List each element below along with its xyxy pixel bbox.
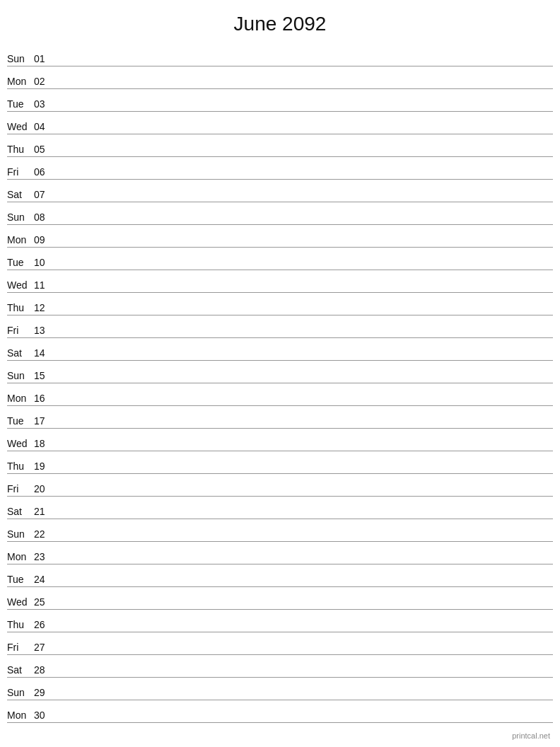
day-number: 26 bbox=[34, 619, 54, 630]
day-number: 15 bbox=[34, 370, 54, 381]
day-row: Sun15 bbox=[7, 361, 553, 383]
day-name: Fri bbox=[7, 642, 34, 653]
day-line bbox=[54, 358, 553, 359]
day-number: 19 bbox=[34, 461, 54, 472]
day-row: Sun22 bbox=[7, 519, 553, 542]
day-line bbox=[54, 584, 553, 585]
day-name: Mon bbox=[7, 76, 34, 87]
day-row: Wed11 bbox=[7, 270, 553, 293]
day-row: Fri20 bbox=[7, 474, 553, 497]
day-line bbox=[54, 607, 553, 608]
day-line bbox=[54, 697, 553, 698]
day-name: Mon bbox=[7, 393, 34, 404]
day-name: Mon bbox=[7, 234, 34, 245]
day-line bbox=[54, 132, 553, 132]
day-row: Fri27 bbox=[7, 632, 553, 655]
day-line bbox=[54, 675, 553, 676]
day-line bbox=[54, 222, 553, 223]
day-line bbox=[54, 448, 553, 449]
day-row: Mon09 bbox=[7, 225, 553, 248]
day-row: Wed18 bbox=[7, 429, 553, 451]
day-name: Thu bbox=[7, 619, 34, 630]
day-row: Thu12 bbox=[7, 293, 553, 315]
day-line bbox=[54, 154, 553, 155]
day-name: Tue bbox=[7, 574, 34, 585]
day-number: 29 bbox=[34, 687, 54, 698]
day-name: Sat bbox=[7, 189, 34, 200]
day-line bbox=[54, 630, 553, 630]
day-line bbox=[54, 494, 553, 494]
day-line bbox=[54, 245, 553, 245]
day-row: Sat14 bbox=[7, 338, 553, 361]
day-number: 28 bbox=[34, 664, 54, 676]
day-line bbox=[54, 539, 553, 540]
day-name: Sat bbox=[7, 664, 34, 676]
day-number: 06 bbox=[34, 166, 54, 178]
day-line bbox=[54, 381, 553, 381]
day-name: Sun bbox=[7, 53, 34, 64]
day-name: Wed bbox=[7, 279, 34, 291]
day-number: 22 bbox=[34, 528, 54, 540]
day-row: Mon30 bbox=[7, 700, 553, 723]
day-line bbox=[54, 720, 553, 721]
day-number: 16 bbox=[34, 393, 54, 404]
day-row: Sat07 bbox=[7, 180, 553, 202]
day-name: Tue bbox=[7, 98, 34, 110]
day-line bbox=[54, 335, 553, 336]
day-number: 13 bbox=[34, 325, 54, 336]
day-name: Tue bbox=[7, 257, 34, 268]
day-row: Wed25 bbox=[7, 587, 553, 610]
day-number: 08 bbox=[34, 212, 54, 223]
day-line bbox=[54, 471, 553, 472]
day-row: Fri13 bbox=[7, 315, 553, 338]
day-line bbox=[54, 290, 553, 291]
day-name: Wed bbox=[7, 121, 34, 132]
day-name: Tue bbox=[7, 415, 34, 427]
day-row: Mon23 bbox=[7, 542, 553, 564]
day-name: Mon bbox=[7, 710, 34, 721]
day-row: Sat21 bbox=[7, 497, 553, 519]
day-line bbox=[54, 562, 553, 562]
day-number: 17 bbox=[34, 415, 54, 427]
day-name: Thu bbox=[7, 302, 34, 313]
day-line bbox=[54, 403, 553, 404]
day-name: Thu bbox=[7, 461, 34, 472]
day-name: Sun bbox=[7, 212, 34, 223]
day-number: 21 bbox=[34, 506, 54, 517]
day-row: Tue03 bbox=[7, 89, 553, 112]
day-line bbox=[54, 177, 553, 178]
day-name: Mon bbox=[7, 551, 34, 562]
day-row: Sun29 bbox=[7, 678, 553, 700]
day-number: 01 bbox=[34, 53, 54, 64]
day-name: Fri bbox=[7, 325, 34, 336]
day-name: Wed bbox=[7, 596, 34, 608]
day-name: Sat bbox=[7, 347, 34, 359]
day-line bbox=[54, 267, 553, 268]
day-number: 24 bbox=[34, 574, 54, 585]
day-number: 18 bbox=[34, 438, 54, 449]
day-number: 02 bbox=[34, 76, 54, 87]
day-number: 14 bbox=[34, 347, 54, 359]
day-name: Sat bbox=[7, 506, 34, 517]
day-row: Mon02 bbox=[7, 66, 553, 89]
day-row: Sat28 bbox=[7, 655, 553, 678]
day-name: Sun bbox=[7, 687, 34, 698]
day-number: 27 bbox=[34, 642, 54, 653]
day-number: 05 bbox=[34, 144, 54, 155]
day-row: Wed04 bbox=[7, 112, 553, 134]
day-number: 23 bbox=[34, 551, 54, 562]
day-row: Thu05 bbox=[7, 134, 553, 157]
day-number: 03 bbox=[34, 98, 54, 110]
day-row: Tue24 bbox=[7, 564, 553, 587]
day-number: 30 bbox=[34, 710, 54, 721]
day-line bbox=[54, 652, 553, 653]
day-row: Tue10 bbox=[7, 248, 553, 270]
day-row: Sun01 bbox=[7, 44, 553, 66]
day-row: Thu26 bbox=[7, 610, 553, 632]
day-line bbox=[54, 86, 553, 87]
day-name: Fri bbox=[7, 483, 34, 494]
day-number: 04 bbox=[34, 121, 54, 132]
day-name: Thu bbox=[7, 144, 34, 155]
day-number: 11 bbox=[34, 279, 54, 291]
day-line bbox=[54, 426, 553, 427]
